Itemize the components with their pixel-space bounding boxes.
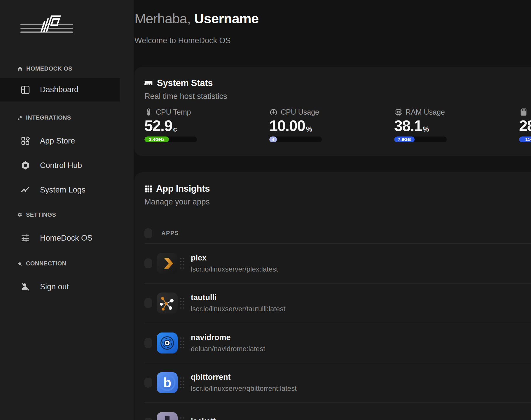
sidebar: HOMEDOCK OS Dashboard INTEGRATIONS bbox=[0, 0, 134, 420]
sidebar-item-label: Control Hub bbox=[40, 161, 82, 170]
stat-label: RAM Usage bbox=[406, 108, 445, 116]
stat-label: CPU Temp bbox=[156, 108, 191, 116]
sidebar-item-homedock-os-settings[interactable]: HomeDock OS bbox=[0, 228, 134, 248]
ram-usage-progress-bar: 7.9GB bbox=[394, 136, 447, 142]
section-label: INTEGRATIONS bbox=[26, 114, 71, 121]
thermometer-icon bbox=[144, 108, 153, 116]
plex-app-icon bbox=[157, 253, 178, 274]
system-stats-card: System Stats Real time host statistics C… bbox=[135, 67, 531, 156]
grid-icon bbox=[144, 185, 152, 193]
app-row-plex: plex lscr.io/linuxserver/plex:latest bbox=[144, 244, 531, 284]
stat-disk-usage: 28 114G bbox=[519, 107, 531, 142]
sidebar-section-settings: SETTINGS bbox=[0, 211, 134, 218]
card-title: App Insights bbox=[156, 183, 210, 194]
greeting-text: Merhaba, bbox=[135, 11, 191, 26]
sidebar-item-app-store[interactable]: App Store bbox=[0, 131, 134, 151]
jackett-app-icon bbox=[157, 412, 178, 420]
sidebar-section-connection: CONNECTION bbox=[0, 260, 134, 267]
dots-icon bbox=[17, 115, 23, 121]
username-text: Username bbox=[194, 11, 258, 26]
stat-value: 10.00 % bbox=[269, 118, 394, 134]
stat-ram-usage: RAM Usage 38.1 % 7.9GB bbox=[394, 107, 519, 142]
stat-value: 28 bbox=[519, 118, 531, 134]
sidebar-item-label: System Logs bbox=[40, 186, 85, 195]
homedock-logo-icon bbox=[40, 15, 61, 34]
navidrome-app-icon bbox=[157, 332, 178, 354]
dashboard-icon bbox=[20, 85, 30, 95]
gauge-icon bbox=[269, 108, 278, 116]
menu-toggle-button[interactable] bbox=[20, 21, 32, 33]
sidebar-item-label: HomeDock OS bbox=[40, 234, 92, 243]
app-name: plex bbox=[191, 253, 278, 262]
stat-cpu-usage: CPU Usage 10.00 % 4 bbox=[269, 107, 394, 142]
app-row-tautulli: tautulli lscr.io/linuxserver/tautulli:la… bbox=[144, 284, 531, 323]
card-title: System Stats bbox=[157, 78, 213, 88]
section-label: HOMEDOCK OS bbox=[26, 65, 72, 72]
app-name: jackett bbox=[191, 417, 216, 420]
activity-icon bbox=[20, 185, 30, 195]
cpu-usage-progress-bar: 4 bbox=[269, 136, 322, 142]
app-checkbox[interactable] bbox=[144, 298, 152, 308]
sidebar-item-label: Sign out bbox=[40, 282, 69, 291]
card-subtitle: Real time host statistics bbox=[144, 92, 227, 101]
sidebar-section-homedock-os: HOMEDOCK OS bbox=[0, 65, 134, 72]
qbittorrent-app-icon: b bbox=[157, 372, 178, 393]
drag-handle-icon[interactable] bbox=[180, 258, 184, 269]
sidebar-section-integrations: INTEGRATIONS bbox=[0, 114, 134, 121]
drag-handle-icon[interactable] bbox=[180, 298, 184, 309]
app-name: navidrome bbox=[191, 333, 265, 342]
stats-row: CPU Temp 52.9 c 2.4GHz CPU Usage 10.00 % bbox=[144, 107, 531, 142]
sidebar-item-sign-out[interactable]: Sign out bbox=[0, 276, 134, 297]
sidebar-item-control-hub[interactable]: Control Hub bbox=[0, 155, 134, 176]
hexagon-icon bbox=[20, 160, 30, 170]
sidebar-item-system-logs[interactable]: System Logs bbox=[0, 180, 134, 200]
stat-cpu-temp: CPU Temp 52.9 c 2.4GHz bbox=[144, 107, 269, 142]
card-subtitle: Manage your apps bbox=[144, 197, 210, 206]
drag-handle-icon[interactable] bbox=[180, 377, 184, 388]
sidebar-item-label: App Store bbox=[40, 136, 75, 146]
app-name: tautulli bbox=[191, 293, 285, 302]
cpu-usage-pill: 4 bbox=[269, 136, 277, 142]
svg-text:b: b bbox=[163, 375, 171, 390]
disk-usage-pill: 114G bbox=[519, 136, 531, 142]
select-all-checkbox[interactable] bbox=[144, 228, 152, 238]
sidebar-item-label: Dashboard bbox=[40, 85, 78, 94]
gear-icon bbox=[17, 212, 23, 218]
app-insights-card: App Insights Manage your apps APPS plex bbox=[135, 172, 531, 420]
app-image: lscr.io/linuxserver/tautulli:latest bbox=[191, 305, 285, 313]
app-row-navidrome: navidrome deluan/navidrome:latest bbox=[144, 323, 531, 363]
cpu-chip-icon bbox=[394, 108, 403, 116]
memory-chip-icon bbox=[144, 79, 153, 87]
app-row-qbittorrent: b qbittorrent lscr.io/linuxserver/qbitto… bbox=[144, 363, 531, 403]
ram-usage-pill: 7.9GB bbox=[394, 136, 415, 142]
home-icon bbox=[17, 66, 23, 72]
apps-column-header: APPS bbox=[161, 230, 179, 237]
app-checkbox[interactable] bbox=[144, 418, 152, 420]
app-row-jackett: jackett bbox=[144, 403, 531, 420]
app-store-icon bbox=[20, 136, 30, 146]
disk-usage-progress-bar: 114G bbox=[519, 136, 531, 142]
sd-card-icon bbox=[519, 108, 528, 117]
person-slash-icon bbox=[20, 282, 30, 292]
stat-value: 38.1 % bbox=[394, 118, 519, 134]
cpu-temp-pill: 2.4GHz bbox=[144, 136, 169, 142]
app-checkbox[interactable] bbox=[144, 338, 152, 348]
app-insights-header: App Insights bbox=[144, 183, 210, 194]
apps-table-header: APPS bbox=[144, 223, 531, 244]
plug-icon bbox=[17, 261, 23, 267]
cpu-temp-progress-bar: 2.4GHz bbox=[144, 136, 197, 142]
app-checkbox[interactable] bbox=[144, 258, 152, 268]
drag-handle-icon[interactable] bbox=[180, 417, 184, 420]
stat-value: 52.9 c bbox=[144, 118, 269, 134]
page-subtitle: Welcome to HomeDock OS bbox=[135, 36, 231, 45]
app-image: deluan/navidrome:latest bbox=[191, 345, 265, 353]
section-label: SETTINGS bbox=[26, 211, 56, 218]
app-checkbox[interactable] bbox=[144, 378, 152, 388]
drag-handle-icon[interactable] bbox=[180, 337, 184, 348]
tautulli-app-icon bbox=[157, 293, 178, 314]
apps-list: plex lscr.io/linuxserver/plex:latest bbox=[144, 244, 531, 420]
system-stats-header: System Stats bbox=[144, 78, 213, 88]
sidebar-item-dashboard[interactable]: Dashboard bbox=[0, 78, 120, 102]
app-image: lscr.io/linuxserver/plex:latest bbox=[191, 265, 278, 273]
page-title: Merhaba, Username bbox=[135, 10, 258, 27]
